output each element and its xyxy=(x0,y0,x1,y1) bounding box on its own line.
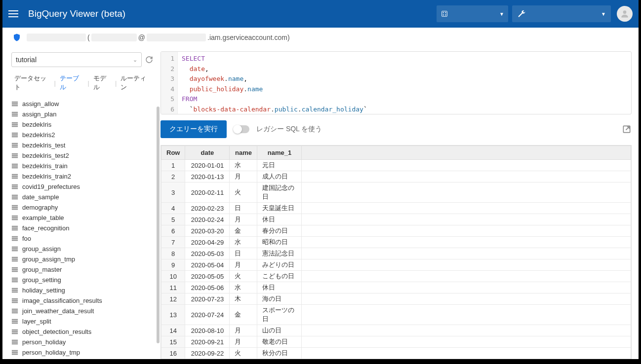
scrollbar[interactable] xyxy=(157,107,160,343)
svg-rect-53 xyxy=(12,260,18,261)
table-item[interactable]: holiday_setting xyxy=(11,285,154,295)
svg-rect-12 xyxy=(12,122,18,123)
cell-date: 2020-08-10 xyxy=(185,325,230,336)
table-row[interactable]: 82020-05-03日憲法記念日 xyxy=(161,248,631,259)
table-icon xyxy=(11,173,18,180)
table-row[interactable]: 152020-09-21月敬老の日 xyxy=(161,336,631,348)
table-row[interactable]: 32020-02-11火建国記念の日 xyxy=(161,182,631,203)
table-row[interactable]: 62020-03-20金春分の日 xyxy=(161,225,631,237)
table-item[interactable]: bezdekIris xyxy=(11,119,154,130)
table-item[interactable]: bezdekIris_train2 xyxy=(11,171,154,182)
cell-empty xyxy=(302,237,631,248)
table-row[interactable]: 92020-05-04月みどりの日 xyxy=(161,259,631,271)
cell-date: 2020-05-03 xyxy=(185,248,230,259)
table-item[interactable]: date_sample xyxy=(11,192,154,202)
table-item[interactable]: layer_split xyxy=(11,316,154,327)
table-row[interactable]: 42020-02-23日天皇誕生日 xyxy=(161,203,631,214)
tab-dataset[interactable]: データセット xyxy=(11,72,53,94)
table-item-label: join_weather_data_result xyxy=(22,307,94,315)
table-row[interactable]: 12020-01-01水元日 xyxy=(161,160,631,171)
cell-empty xyxy=(302,225,631,237)
table-item[interactable]: bezdekIris_test xyxy=(11,140,154,150)
menu-icon[interactable] xyxy=(8,7,22,21)
table-item-label: layer_split xyxy=(22,318,51,325)
table-item-label: group_assign xyxy=(22,245,61,253)
tab-routine[interactable]: ルーティン xyxy=(118,72,154,94)
table-item[interactable]: face_recognition xyxy=(11,223,154,233)
editor-code[interactable]: SELECT date, dayofweek.name, public_holi… xyxy=(178,52,371,114)
legacy-sql-toggle[interactable] xyxy=(234,125,249,133)
cell-name1: 天皇誕生日 xyxy=(257,203,302,214)
svg-rect-40 xyxy=(12,217,18,218)
table-item[interactable]: bezdekIris_test2 xyxy=(11,150,154,161)
table-row[interactable]: 162020-09-22火秋分の日 xyxy=(161,348,631,359)
table-item[interactable]: join_weather_data_result xyxy=(11,306,154,316)
tool-selector[interactable]: ▼ xyxy=(512,5,611,22)
refresh-icon[interactable] xyxy=(145,55,154,64)
table-item[interactable]: image_classification_results xyxy=(11,295,154,306)
svg-rect-68 xyxy=(12,312,18,313)
table-item[interactable]: demography xyxy=(11,202,154,213)
table-row[interactable]: 142020-08-10月山の日 xyxy=(161,325,631,336)
table-item[interactable]: example_table xyxy=(11,213,154,223)
cell-name: 金 xyxy=(230,225,257,237)
project-selector[interactable]: ▼ xyxy=(437,5,508,22)
table-row[interactable]: 122020-07-23木海の日 xyxy=(161,293,631,305)
svg-rect-17 xyxy=(12,136,18,137)
table-item[interactable]: assign_allow xyxy=(11,99,154,109)
col-header-name[interactable]: name xyxy=(230,146,257,160)
svg-rect-61 xyxy=(12,290,18,291)
table-row[interactable]: 52020-02-24月休日 xyxy=(161,214,631,225)
tab-model[interactable]: モデル xyxy=(90,72,114,94)
legacy-sql-label: レガシー SQL を使う xyxy=(256,125,322,134)
cell-name1: 昭和の日 xyxy=(257,237,302,248)
shield-icon xyxy=(12,33,21,42)
table-item-label: person_holiday xyxy=(22,338,66,346)
svg-rect-31 xyxy=(12,186,18,187)
table-row[interactable]: 72020-04-29水昭和の日 xyxy=(161,237,631,248)
table-item[interactable]: person_holiday_tmp xyxy=(11,347,154,358)
cell-name1: みどりの日 xyxy=(257,259,302,271)
table-item[interactable]: bezdekIris_train xyxy=(11,161,154,171)
table-item[interactable]: covid19_prefectures xyxy=(11,182,154,192)
svg-rect-49 xyxy=(12,248,18,250)
cell-name: 火 xyxy=(230,348,257,359)
col-header-row[interactable]: Row xyxy=(161,146,185,160)
table-item[interactable]: assign_plan xyxy=(11,109,154,119)
table-row[interactable]: 22020-01-13月成人の日 xyxy=(161,171,631,182)
dataset-select[interactable]: tutorial ⌄ xyxy=(11,52,142,67)
svg-rect-74 xyxy=(12,332,18,334)
table-item-label: example_table xyxy=(22,214,64,221)
table-item[interactable]: group_assign_tmp xyxy=(11,254,154,264)
table-item-label: group_assign_tmp xyxy=(22,255,75,263)
open-in-new-icon[interactable] xyxy=(622,124,632,134)
cell-date: 2020-07-23 xyxy=(185,293,230,305)
table-row[interactable]: 172020-11-03火文化の日 xyxy=(161,359,631,360)
table-item[interactable]: person_holiday xyxy=(11,337,154,347)
svg-rect-35 xyxy=(12,198,18,199)
table-item[interactable]: group_assign xyxy=(11,244,154,254)
cell-date: 2020-05-06 xyxy=(185,282,230,293)
cell-name1: 敬老の日 xyxy=(257,336,302,348)
cell-name: 木 xyxy=(230,293,257,305)
sql-editor[interactable]: 123456 SELECT date, dayofweek.name, publ… xyxy=(160,51,632,114)
table-row[interactable]: 132020-07-24金スポーツの日 xyxy=(161,305,631,325)
kw-from: FROM xyxy=(182,95,197,103)
run-query-button[interactable]: クエリーを実行 xyxy=(160,120,227,138)
svg-rect-80 xyxy=(12,353,18,355)
table-item[interactable]: group_master xyxy=(11,264,154,275)
svg-rect-77 xyxy=(12,343,18,344)
table-row[interactable]: 102020-05-05火こどもの日 xyxy=(161,271,631,282)
col-header-date[interactable]: date xyxy=(185,146,230,160)
table-item[interactable]: bezdekIris2 xyxy=(11,130,154,140)
table-item[interactable]: group_setting xyxy=(11,275,154,285)
table-item[interactable]: object_detection_results xyxy=(11,327,154,337)
svg-rect-26 xyxy=(12,167,18,168)
tab-table[interactable]: テーブル xyxy=(57,72,86,94)
table-item-label: assign_allow xyxy=(22,100,59,108)
table-row[interactable]: 112020-05-06水休日 xyxy=(161,282,631,293)
col-header-name1[interactable]: name_1 xyxy=(257,146,302,160)
avatar[interactable] xyxy=(617,6,633,22)
svg-rect-24 xyxy=(12,163,18,165)
table-item[interactable]: foo xyxy=(11,233,154,244)
